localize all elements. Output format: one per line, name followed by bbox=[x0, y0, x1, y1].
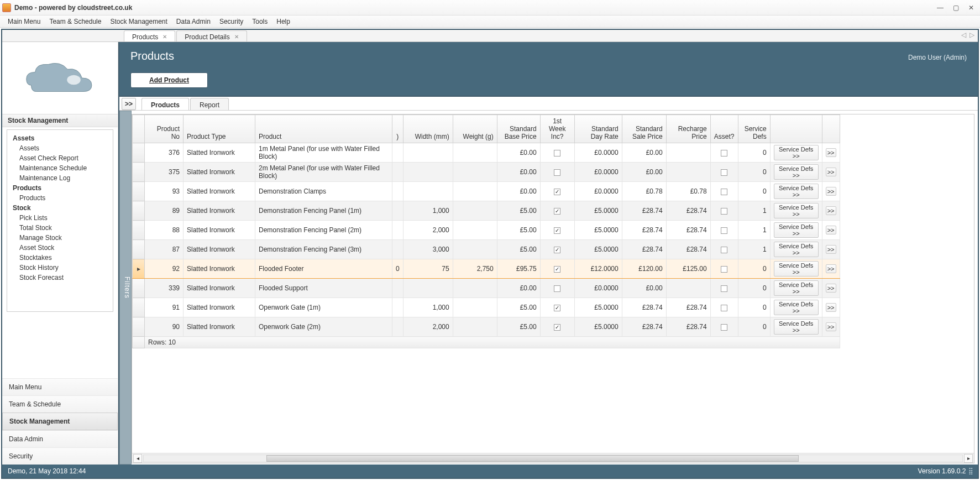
close-button[interactable]: ✕ bbox=[965, 3, 978, 13]
menu-main-menu[interactable]: Main Menu bbox=[3, 17, 45, 27]
sidebar-item-stock-forecast[interactable]: Stock Forecast bbox=[13, 273, 111, 283]
checkbox-asset[interactable] bbox=[721, 208, 727, 215]
sidebar-category-stock[interactable]: Stock bbox=[13, 203, 111, 213]
col-recharge-price[interactable]: RechargePrice bbox=[666, 115, 710, 143]
col-asset-[interactable]: Asset? bbox=[710, 115, 738, 143]
checkbox-asset[interactable] bbox=[721, 247, 727, 253]
checkbox-1st-week-inc[interactable] bbox=[554, 227, 560, 234]
tabs-prev-icon[interactable]: ◁ bbox=[961, 31, 966, 39]
checkbox-asset[interactable] bbox=[721, 285, 727, 292]
service-defs-button[interactable]: Service Defs >> bbox=[774, 280, 819, 296]
col-1st-week-inc-[interactable]: 1st WeekInc? bbox=[540, 115, 574, 143]
row-more-button[interactable]: >> bbox=[826, 226, 836, 234]
menu-security[interactable]: Security bbox=[215, 17, 248, 27]
col-product-no[interactable]: ProductNo bbox=[145, 115, 184, 143]
table-row[interactable]: 376Slatted Ironwork1m Metal Panel (for u… bbox=[133, 143, 840, 163]
row-more-button[interactable]: >> bbox=[826, 187, 836, 196]
nav-stock-management[interactable]: Stock Management bbox=[2, 413, 118, 430]
nav-main-menu[interactable]: Main Menu bbox=[2, 378, 118, 395]
row-more-button[interactable]: >> bbox=[826, 264, 836, 273]
row-handle[interactable] bbox=[133, 182, 145, 201]
sidebar-item-manage-stock[interactable]: Manage Stock bbox=[13, 233, 111, 243]
checkbox-asset[interactable] bbox=[721, 324, 727, 331]
sidebar-item-total-stock[interactable]: Total Stock bbox=[13, 223, 111, 233]
nav-team-schedule[interactable]: Team & Schedule bbox=[2, 395, 118, 413]
col-weight-g-[interactable]: Weight (g) bbox=[453, 115, 497, 143]
tab-close-icon[interactable]: ✕ bbox=[163, 34, 167, 40]
menu-stock-management[interactable]: Stock Management bbox=[106, 17, 171, 27]
checkbox-1st-week-inc[interactable] bbox=[554, 208, 560, 215]
sidebar-item-maintenance-log[interactable]: Maintenance Log bbox=[13, 173, 111, 183]
menu-data-admin[interactable]: Data Admin bbox=[172, 17, 215, 27]
row-more-button[interactable]: >> bbox=[826, 148, 836, 157]
table-row[interactable]: 93Slatted IronworkDemonstration Clamps£0… bbox=[133, 182, 840, 201]
tabs-next-icon[interactable]: ▷ bbox=[969, 31, 974, 39]
sidebar-item-stock-history[interactable]: Stock History bbox=[13, 263, 111, 273]
row-handle[interactable] bbox=[133, 317, 145, 337]
checkbox-1st-week-inc[interactable] bbox=[554, 305, 560, 311]
service-defs-button[interactable]: Service Defs >> bbox=[774, 184, 819, 199]
checkbox-1st-week-inc[interactable] bbox=[554, 266, 560, 273]
table-row[interactable]: 88Slatted IronworkDemonstration Fencing … bbox=[133, 221, 840, 240]
menu-team-schedule[interactable]: Team & Schedule bbox=[45, 17, 106, 27]
sidebar-item-asset-stock[interactable]: Asset Stock bbox=[13, 243, 111, 253]
row-handle[interactable] bbox=[133, 143, 145, 163]
maximize-button[interactable]: ▢ bbox=[949, 3, 962, 13]
row-more-button[interactable]: >> bbox=[826, 322, 836, 331]
col-standard-day-rate[interactable]: StandardDay Rate bbox=[574, 115, 622, 143]
col-width-mm-[interactable]: Width (mm) bbox=[403, 115, 453, 143]
row-handle[interactable] bbox=[133, 240, 145, 259]
sidebar-item-pick-lists[interactable]: Pick Lists bbox=[13, 213, 111, 223]
checkbox-asset[interactable] bbox=[721, 266, 727, 273]
sidebar-item-maintenance-schedule[interactable]: Maintenance Schedule bbox=[13, 163, 111, 173]
nav-data-admin[interactable]: Data Admin bbox=[2, 430, 118, 447]
sidebar-category-assets[interactable]: Assets bbox=[13, 133, 111, 143]
table-row[interactable]: 90Slatted IronworkOpenwork Gate (2m)2,00… bbox=[133, 317, 840, 337]
checkbox-asset[interactable] bbox=[721, 189, 727, 195]
minimize-button[interactable]: — bbox=[934, 3, 947, 13]
service-defs-button[interactable]: Service Defs >> bbox=[774, 222, 819, 238]
checkbox-asset[interactable] bbox=[721, 150, 727, 156]
expand-filters-button[interactable]: >> bbox=[122, 98, 136, 110]
table-row[interactable]: 375Slatted Ironwork2m Metal Panel (for u… bbox=[133, 163, 840, 182]
col-service-defs[interactable]: ServiceDefs bbox=[738, 115, 770, 143]
checkbox-asset[interactable] bbox=[721, 227, 727, 234]
resize-grip-icon[interactable]: ⣿ bbox=[968, 467, 972, 475]
row-handle[interactable] bbox=[133, 201, 145, 221]
col-product-type[interactable]: Product Type bbox=[184, 115, 255, 143]
table-row[interactable]: 91Slatted IronworkOpenwork Gate (1m)1,00… bbox=[133, 298, 840, 317]
filters-rail[interactable]: Filters bbox=[119, 111, 132, 465]
row-more-button[interactable]: >> bbox=[826, 168, 836, 176]
row-more-button[interactable]: >> bbox=[826, 206, 836, 215]
row-more-button[interactable]: >> bbox=[826, 284, 836, 293]
horizontal-scrollbar[interactable]: ◂ ▸ bbox=[132, 453, 974, 463]
checkbox-1st-week-inc[interactable] bbox=[554, 189, 560, 195]
col-standard-sale-price[interactable]: StandardSale Price bbox=[622, 115, 666, 143]
table-row[interactable]: 89Slatted IronworkDemonstration Fencing … bbox=[133, 201, 840, 221]
col-extra[interactable] bbox=[770, 115, 822, 143]
col-standard-base-price[interactable]: StandardBase Price bbox=[497, 115, 540, 143]
service-defs-button[interactable]: Service Defs >> bbox=[774, 203, 819, 218]
service-defs-button[interactable]: Service Defs >> bbox=[774, 164, 819, 180]
subtab-products[interactable]: Products bbox=[142, 98, 189, 110]
service-defs-button[interactable]: Service Defs >> bbox=[774, 261, 819, 276]
row-handle[interactable] bbox=[133, 279, 145, 298]
table-row[interactable]: ▸92Slatted IronworkFlooded Footer0752,75… bbox=[133, 259, 840, 279]
scroll-right-icon[interactable]: ▸ bbox=[964, 454, 973, 463]
tab-products[interactable]: Products✕ bbox=[124, 30, 175, 41]
service-defs-button[interactable]: Service Defs >> bbox=[774, 145, 819, 160]
col--[interactable]: ) bbox=[392, 115, 403, 143]
sidebar-item-products[interactable]: Products bbox=[13, 193, 111, 203]
service-defs-button[interactable]: Service Defs >> bbox=[774, 242, 819, 257]
row-handle[interactable]: ▸ bbox=[133, 259, 145, 279]
checkbox-asset[interactable] bbox=[721, 169, 727, 176]
table-row[interactable]: 87Slatted IronworkDemonstration Fencing … bbox=[133, 240, 840, 259]
nav-security[interactable]: Security bbox=[2, 447, 118, 465]
checkbox-1st-week-inc[interactable] bbox=[554, 169, 560, 176]
subtab-report[interactable]: Report bbox=[190, 98, 229, 110]
checkbox-asset[interactable] bbox=[721, 305, 727, 311]
row-more-button[interactable]: >> bbox=[826, 245, 836, 254]
add-product-button[interactable]: Add Product bbox=[130, 72, 208, 88]
scroll-left-icon[interactable]: ◂ bbox=[133, 454, 142, 463]
row-more-button[interactable]: >> bbox=[826, 303, 836, 312]
